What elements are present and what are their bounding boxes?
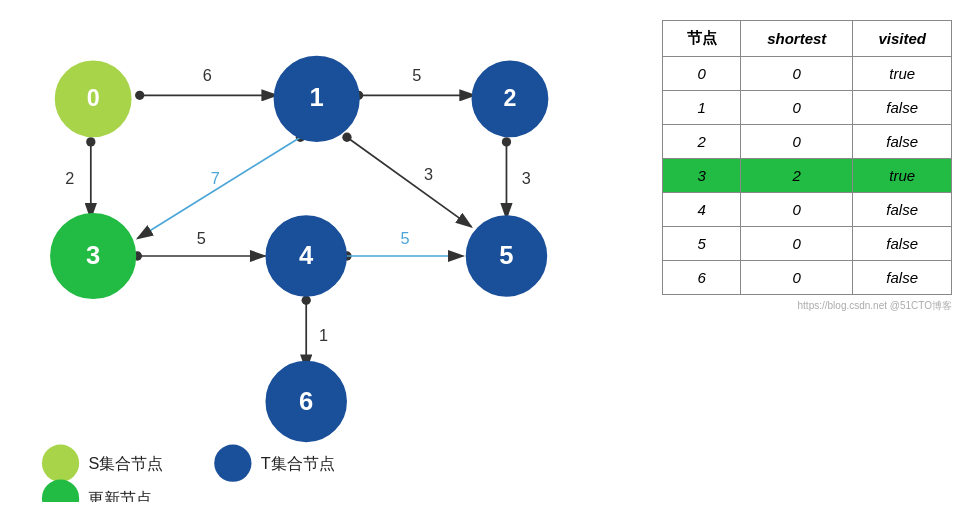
watermark: https://blog.csdn.net @51CTO博客	[662, 299, 952, 313]
node-1-label: 1	[310, 83, 324, 111]
table-cell-node-2: 2	[663, 125, 741, 159]
table-row-5: 50false	[663, 227, 952, 261]
table-cell-shortest-3: 2	[741, 159, 853, 193]
node-5-label: 5	[499, 241, 513, 269]
graph-svg: 6 5 2 7 3 3 5	[0, 10, 652, 502]
table-cell-visited-2: false	[853, 125, 952, 159]
node-3-label: 3	[86, 241, 100, 269]
data-table: 节点 shortest visited 00true10false20false…	[662, 20, 952, 295]
table-cell-node-6: 6	[663, 261, 741, 295]
col-header-shortest: shortest	[741, 21, 853, 57]
table-cell-visited-0: true	[853, 57, 952, 91]
node-6-label: 6	[299, 387, 313, 415]
legend-s-set-label: S集合节点	[88, 454, 163, 472]
table-cell-visited-1: false	[853, 91, 952, 125]
edge-label-1-2: 5	[412, 66, 421, 84]
edge-label-4-5: 5	[401, 229, 410, 247]
table-cell-node-1: 1	[663, 91, 741, 125]
col-header-node: 节点	[663, 21, 741, 57]
edge-label-0-3: 2	[65, 169, 74, 187]
table-cell-node-0: 0	[663, 57, 741, 91]
table-cell-shortest-6: 0	[741, 261, 853, 295]
table-cell-shortest-5: 0	[741, 227, 853, 261]
table-cell-visited-4: false	[853, 193, 952, 227]
table-row-6: 60false	[663, 261, 952, 295]
table-row-2: 20false	[663, 125, 952, 159]
table-row-1: 10false	[663, 91, 952, 125]
table-cell-shortest-4: 0	[741, 193, 853, 227]
table-row-3: 32true	[663, 159, 952, 193]
legend-update-circle	[42, 480, 79, 502]
edge-1-5	[347, 137, 472, 227]
table-cell-shortest-2: 0	[741, 125, 853, 159]
table-cell-node-4: 4	[663, 193, 741, 227]
legend-s-set-circle	[42, 445, 79, 482]
table-cell-node-3: 3	[663, 159, 741, 193]
node-4-label: 4	[299, 241, 314, 269]
edge-label-2-5: 3	[522, 169, 531, 187]
edge-label-4-6: 1	[319, 326, 328, 344]
table-cell-visited-3: true	[853, 159, 952, 193]
node-2-label: 2	[503, 85, 516, 111]
edge-1-3	[137, 137, 300, 238]
table-cell-shortest-0: 0	[741, 57, 853, 91]
edge-label-0-1: 6	[203, 66, 212, 84]
table-cell-visited-5: false	[853, 227, 952, 261]
edge-label-1-3: 7	[211, 169, 220, 187]
graph-area: 6 5 2 7 3 3 5	[0, 10, 652, 502]
edge-label-1-5: 3	[424, 165, 433, 183]
table-row-4: 40false	[663, 193, 952, 227]
legend-update-label: 更新节点	[88, 489, 152, 502]
table-row-0: 00true	[663, 57, 952, 91]
table-area: 节点 shortest visited 00true10false20false…	[652, 10, 972, 323]
legend-t-set-circle	[214, 445, 251, 482]
legend-t-set-label: T集合节点	[261, 454, 335, 472]
table-cell-node-5: 5	[663, 227, 741, 261]
table-cell-visited-6: false	[853, 261, 952, 295]
main-container: 6 5 2 7 3 3 5	[0, 0, 972, 512]
table-cell-shortest-1: 0	[741, 91, 853, 125]
col-header-visited: visited	[853, 21, 952, 57]
node-0-label: 0	[87, 85, 100, 111]
edge-label-3-4: 5	[197, 229, 206, 247]
